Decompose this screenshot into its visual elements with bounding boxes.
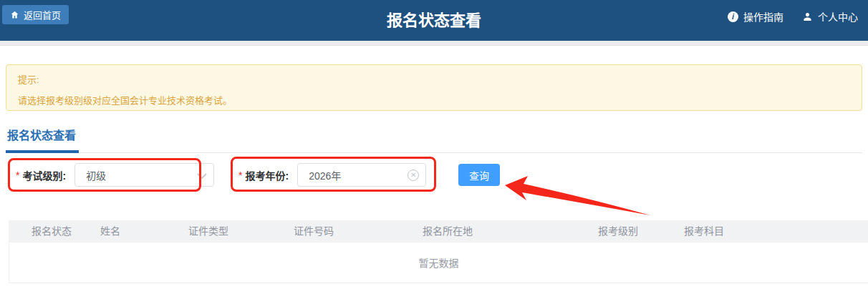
empty-state: 暂无数据 bbox=[419, 255, 459, 270]
col-header-name: 姓名 bbox=[100, 220, 120, 242]
page-title: 报名状态查看 bbox=[387, 7, 481, 30]
col-header-status: 报名状态 bbox=[32, 220, 72, 242]
back-home-button[interactable]: 返回首页 bbox=[2, 5, 69, 24]
exam-level-value: 初级 bbox=[75, 168, 106, 182]
clear-icon[interactable]: ✕ bbox=[408, 170, 419, 181]
table-header-row: 报名状态 姓名 证件类型 证件号码 报名所在地 报考级别 报考科目 bbox=[9, 220, 868, 242]
col-header-id-type: 证件类型 bbox=[188, 220, 228, 242]
query-button[interactable]: 查询 bbox=[458, 164, 500, 186]
registration-status-page: 返回首页 报名状态查看 i 操作指南 个人中心 提示: 请选择报考级别级对应全国… bbox=[0, 0, 868, 304]
notice-title: 提示: bbox=[18, 72, 850, 86]
exam-level-label: 考试级别: bbox=[22, 168, 66, 182]
col-header-level: 报考级别 bbox=[598, 220, 638, 242]
back-home-label: 返回首页 bbox=[24, 8, 61, 21]
annotation-arrow-icon bbox=[501, 174, 653, 218]
required-mark: * bbox=[238, 170, 242, 181]
col-header-id-number: 证件号码 bbox=[294, 220, 334, 242]
info-icon: i bbox=[728, 11, 738, 22]
exam-level-select[interactable]: 初级 bbox=[74, 163, 214, 187]
exam-year-label: 报考年份: bbox=[245, 168, 289, 182]
header-right: i 操作指南 个人中心 bbox=[728, 9, 858, 24]
table-body: 暂无数据 bbox=[9, 242, 868, 283]
exam-year-input-box: ✕ bbox=[297, 163, 426, 187]
exam-year-input[interactable] bbox=[298, 164, 425, 186]
results-table: 报名状态 姓名 证件类型 证件号码 报名所在地 报考级别 报考科目 暂无数据 bbox=[9, 220, 868, 283]
profile-label: 个人中心 bbox=[818, 9, 858, 24]
col-header-location: 报名所在地 bbox=[423, 220, 473, 242]
subheader-strip bbox=[0, 41, 868, 46]
profile-link[interactable]: 个人中心 bbox=[802, 9, 858, 24]
section-title: 报名状态查看 bbox=[6, 126, 79, 153]
guide-link[interactable]: i 操作指南 bbox=[728, 9, 783, 24]
chevron-down-icon bbox=[197, 173, 207, 179]
user-icon bbox=[802, 11, 813, 22]
notice-body: 请选择报考级别级对应全国会计专业技术资格考试。 bbox=[18, 93, 850, 107]
col-header-subject: 报考科目 bbox=[684, 220, 724, 242]
required-mark: * bbox=[16, 170, 19, 181]
notice-box: 提示: 请选择报考级别级对应全国会计专业技术资格考试。 bbox=[6, 64, 862, 111]
section-header: 报名状态查看 bbox=[6, 126, 862, 153]
home-icon bbox=[10, 10, 19, 19]
exam-year-field: * 报考年份: ✕ bbox=[238, 159, 426, 191]
exam-level-field: * 考试级别: 初级 bbox=[16, 159, 214, 191]
guide-label: 操作指南 bbox=[743, 9, 783, 24]
top-header: 返回首页 报名状态查看 i 操作指南 个人中心 bbox=[0, 0, 868, 41]
